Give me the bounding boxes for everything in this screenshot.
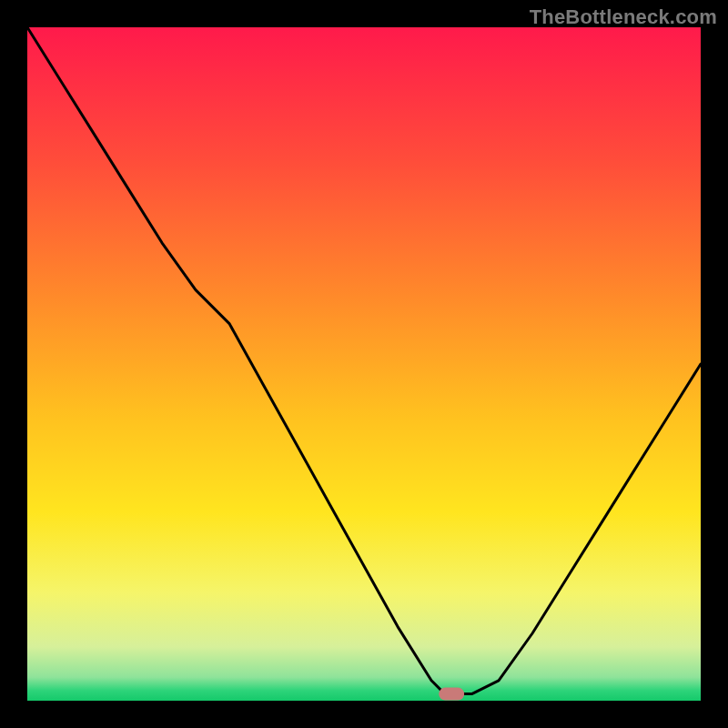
bottleneck-chart bbox=[0, 0, 728, 728]
chart-plot-area bbox=[27, 27, 701, 701]
chart-container: TheBottleneck.com bbox=[0, 0, 728, 728]
optimal-marker bbox=[439, 688, 464, 701]
watermark-label: TheBottleneck.com bbox=[530, 5, 717, 29]
